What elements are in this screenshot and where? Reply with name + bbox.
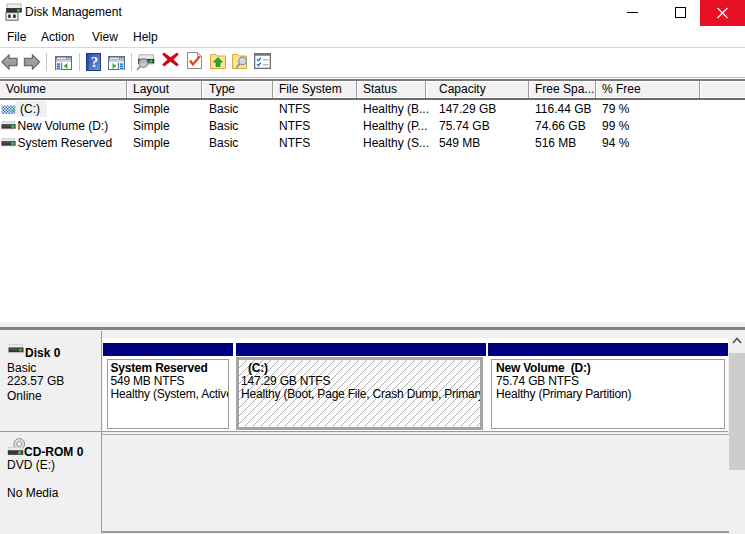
svg-text:?: ? xyxy=(91,54,99,70)
